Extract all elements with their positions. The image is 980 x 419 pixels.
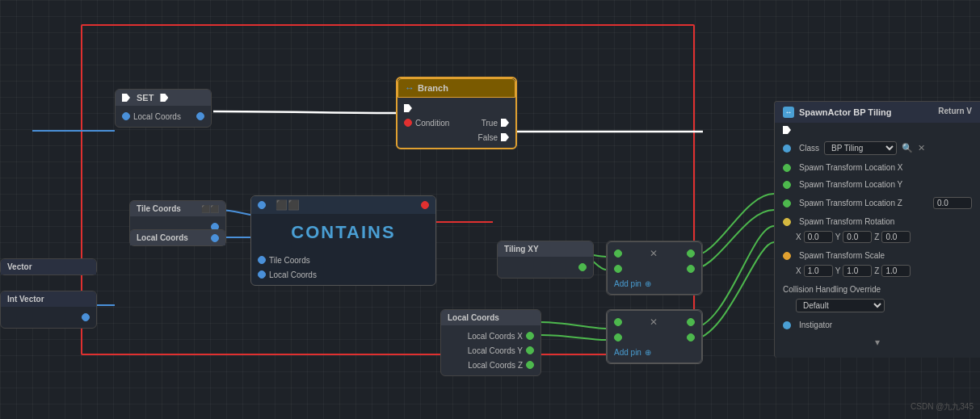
panel-scale-row: Spawn Transform Scale — [783, 249, 972, 262]
addpin1-plus-icon[interactable]: ⊕ — [645, 279, 651, 288]
local-xyz-x-pin[interactable] — [526, 332, 534, 340]
int-vector-header: Int Vector — [1, 291, 96, 307]
set-node[interactable]: SET Local Coords — [115, 89, 212, 128]
branch-false-pin[interactable] — [501, 133, 509, 141]
panel-class-label: Class — [799, 144, 819, 153]
addpin2-node[interactable]: ✕ Add pin ⊕ — [606, 309, 703, 364]
panel-collision-dropdown[interactable]: Default — [796, 299, 885, 312]
set-exec-in-pin[interactable] — [122, 94, 130, 102]
panel-location-y-pin[interactable] — [783, 181, 791, 189]
panel-location-z-label: Spawn Transform Location Z — [799, 199, 902, 207]
panel-instigator-row: Instigator — [783, 318, 972, 332]
tile-coords-header: Tile Coords ⬛⬛ — [130, 201, 225, 216]
panel-header-icon: ↔ — [783, 107, 794, 118]
addpin2-out-pin2[interactable] — [687, 333, 695, 341]
panel-class-dropdown[interactable]: BP Tiling — [824, 141, 897, 155]
panel-class-pin[interactable] — [783, 145, 791, 153]
local-xyz-y-pin[interactable] — [526, 346, 534, 354]
panel-expand-section: ▾ — [775, 333, 980, 351]
addpin1-out-pin1[interactable] — [687, 249, 695, 258]
addpin1-add-label[interactable]: Add pin — [614, 279, 641, 288]
panel-rotation-z-label: Z — [874, 233, 879, 241]
panel-class-clear[interactable]: ✕ — [918, 143, 925, 153]
panel-scale-section: Spawn Transform Scale X Y Z — [775, 247, 980, 281]
branch-true-pin[interactable] — [501, 119, 509, 127]
branch-false-row: False — [397, 130, 515, 145]
branch-node-header: ↔ Branch — [397, 78, 515, 98]
panel-rotation-pin[interactable] — [783, 218, 791, 226]
local-xyz-x-row: Local Coords X — [441, 329, 540, 343]
panel-scale-y-input[interactable] — [843, 265, 872, 277]
panel-scale-x-input[interactable] — [804, 265, 833, 277]
addpin2-in-pin1[interactable] — [614, 318, 622, 326]
addpin2-in-pin2[interactable] — [614, 333, 622, 341]
contains-local-pin[interactable] — [258, 270, 266, 279]
tiling-xy-out-pin[interactable] — [578, 263, 587, 271]
contains-local-row: Local Coords — [251, 267, 435, 282]
panel-location-z-input[interactable] — [933, 197, 972, 209]
panel-return-v: Return V — [938, 107, 972, 115]
contains-local-label: Local Coords — [269, 270, 317, 279]
contains-out-pin[interactable] — [421, 201, 429, 209]
addpin1-remove1[interactable]: ✕ — [650, 248, 658, 259]
branch-node[interactable]: ↔ Branch Condition True False — [396, 77, 517, 149]
addpin2-add-label[interactable]: Add pin — [614, 348, 641, 357]
contains-tile-pin[interactable] — [258, 256, 266, 264]
addpin2-out-pin1[interactable] — [687, 318, 695, 326]
int-vector-title: Int Vector — [7, 295, 44, 304]
panel-collision-dropdown-row: Default — [783, 296, 972, 315]
int-vector-out-row — [1, 310, 96, 325]
branch-node-title: Branch — [418, 83, 448, 93]
panel-header: ↔ SpawnActor BP Tiling Return V — [775, 102, 980, 123]
panel-location-x-pin[interactable] — [783, 164, 791, 172]
set-node-header: SET — [116, 90, 211, 106]
set-local-coords-pin[interactable] — [122, 112, 130, 120]
contains-node[interactable]: ⬛⬛ CONTAINS Tile Coords Local Coords — [250, 195, 436, 286]
panel-location-x-row: Spawn Transform Location X — [783, 161, 972, 174]
panel-rotation-row: Spawn Transform Rotation — [783, 215, 972, 228]
branch-exec-in-pin[interactable] — [404, 104, 412, 112]
panel-rotation-z-input[interactable] — [881, 231, 911, 243]
addpin2-plus-icon[interactable]: ⊕ — [645, 348, 651, 357]
vector-node[interactable]: Vector — [0, 258, 97, 275]
panel-title: SpawnActor BP Tiling — [799, 107, 892, 117]
addpin1-in-pin2[interactable] — [614, 265, 622, 273]
set-node-title: SET — [137, 93, 154, 103]
panel-instigator-label: Instigator — [799, 321, 832, 329]
local-coords-small-header: Local Coords — [130, 230, 225, 245]
panel-scale-pin[interactable] — [783, 252, 791, 260]
panel-scale-z-input[interactable] — [881, 265, 911, 277]
local-coords-small-node[interactable]: Local Coords — [129, 229, 226, 246]
int-vector-out-pin[interactable] — [82, 313, 90, 321]
panel-location-z-pin[interactable] — [783, 199, 791, 207]
panel-instigator-pin[interactable] — [783, 321, 791, 329]
set-exec-out-pin[interactable] — [160, 94, 168, 102]
panel-rotation-values-row: X Y Z — [783, 228, 972, 245]
panel-expand-icon[interactable]: ▾ — [875, 337, 880, 348]
addpin1-row1: ✕ — [608, 245, 701, 262]
local-xyz-node[interactable]: Local Coords Local Coords X Local Coords… — [440, 309, 541, 376]
panel-rotation-x-input[interactable] — [804, 231, 833, 243]
set-local-coords-out-pin[interactable] — [196, 112, 204, 120]
panel-rotation-y-label: Y — [835, 233, 841, 241]
local-coords-small-out-pin[interactable] — [211, 234, 219, 242]
branch-condition-label: Condition — [415, 119, 449, 128]
panel-class-search[interactable]: 🔍 — [902, 143, 913, 153]
set-local-coords-label: Local Coords — [133, 112, 181, 121]
local-xyz-x-label: Local Coords X — [468, 332, 523, 341]
int-vector-node[interactable]: Int Vector — [0, 291, 97, 329]
contains-title: CONTAINS — [251, 214, 435, 249]
local-xyz-z-pin[interactable] — [526, 361, 534, 369]
branch-condition-pin[interactable] — [404, 119, 412, 127]
addpin2-remove1[interactable]: ✕ — [650, 316, 658, 328]
contains-in-pin1[interactable] — [258, 201, 266, 209]
branch-true-label: True — [482, 119, 498, 128]
addpin1-node[interactable]: ✕ Add pin ⊕ — [606, 241, 703, 295]
addpin1-in-pin1[interactable] — [614, 249, 622, 258]
local-xyz-y-label: Local Coords Y — [468, 346, 523, 355]
tiling-xy-node[interactable]: Tiling XY — [497, 241, 594, 279]
panel-class-section: Class BP Tiling 🔍 ✕ — [775, 137, 980, 159]
addpin1-out-pin2[interactable] — [687, 265, 695, 273]
panel-exec-pin[interactable] — [783, 126, 791, 134]
panel-rotation-y-input[interactable] — [843, 231, 872, 243]
